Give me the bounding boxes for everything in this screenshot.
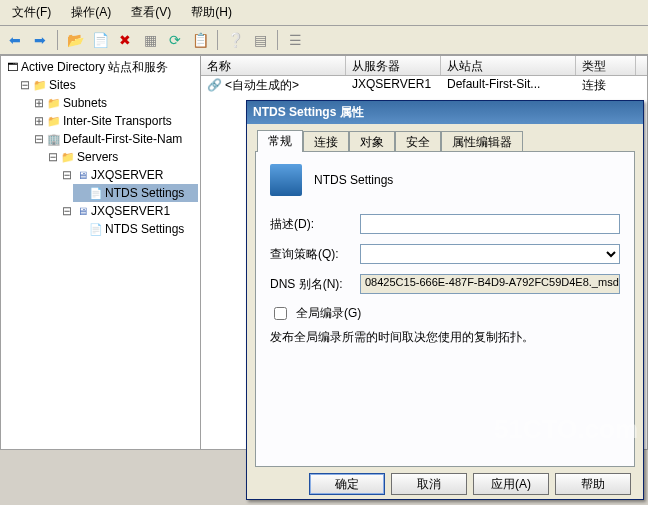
tree-servers[interactable]: ⊟ 📁 Servers <box>45 148 198 166</box>
global-catalog-label: 全局编录(G) <box>296 305 361 322</box>
list-cell-name: 🔗 <自动生成的> <box>201 76 346 94</box>
dialog-title[interactable]: NTDS Settings 属性 <box>247 101 643 124</box>
tab-general[interactable]: 常规 <box>257 130 303 152</box>
tree-subnets[interactable]: ⊞ 📁 Subnets <box>31 94 198 112</box>
expander-icon[interactable]: ⊟ <box>19 76 31 94</box>
tree-ntds2[interactable]: 📄 NTDS Settings <box>73 220 198 238</box>
menu-file[interactable]: 文件(F) <box>4 2 59 23</box>
list-cell-site: Default-First-Sit... <box>441 76 576 94</box>
connection-icon: 🔗 <box>207 78 222 92</box>
menu-bar: 文件(F) 操作(A) 查看(V) 帮助(H) <box>0 0 648 26</box>
tab-attribute-editor[interactable]: 属性编辑器 <box>441 131 523 151</box>
tree-root-item[interactable]: 🗔 Active Directory 站点和服务 <box>3 58 198 76</box>
toolbar-separator <box>217 30 218 50</box>
query-policy-label: 查询策略(Q): <box>270 246 360 263</box>
list-cell-type: 连接 <box>576 76 636 94</box>
dialog-buttons: 确定 取消 应用(A) 帮助 <box>255 467 635 495</box>
ok-button[interactable]: 确定 <box>309 473 385 495</box>
site-icon: 🏢 <box>47 132 61 146</box>
tree-label: Subnets <box>63 94 107 112</box>
global-catalog-checkbox[interactable] <box>274 307 287 320</box>
list-value: <自动生成的> <box>225 77 299 94</box>
settings-icon: 📄 <box>89 186 103 200</box>
toolbar: ⬅ ➡ 📂 📄 ✖ ▦ ⟳ 📋 ❔ ▤ ☰ <box>0 26 648 55</box>
properties-icon[interactable]: 📄 <box>89 29 111 51</box>
column-header-type[interactable]: 类型 <box>576 56 636 75</box>
server-icon: 🖥 <box>75 168 89 182</box>
description-input[interactable] <box>360 214 620 234</box>
list-row[interactable]: 🔗 <自动生成的> JXQSERVER1 Default-First-Sit..… <box>201 76 647 94</box>
back-icon[interactable]: ⬅ <box>4 29 26 51</box>
expander-icon[interactable]: ⊟ <box>61 166 73 184</box>
gc-note: 发布全局编录所需的时间取决您使用的复制拓扑。 <box>270 329 620 346</box>
expander-icon[interactable]: ⊞ <box>33 94 45 112</box>
description-label: 描述(D): <box>270 216 360 233</box>
tree-label: JXQSERVER <box>91 166 163 184</box>
help-icon[interactable]: ❔ <box>224 29 246 51</box>
folder-icon: 🗔 <box>5 60 19 74</box>
list-header: 名称 从服务器 从站点 类型 <box>201 56 647 76</box>
tree-label: Default-First-Site-Nam <box>63 130 182 148</box>
tabstrip: 常规 连接 对象 安全 属性编辑器 <box>255 130 635 152</box>
tree-label: JXQSERVER1 <box>91 202 170 220</box>
column-header-site[interactable]: 从站点 <box>441 56 576 75</box>
expander-icon[interactable]: ⊞ <box>33 112 45 130</box>
tree-label: Sites <box>49 76 76 94</box>
tree-label: Active Directory 站点和服务 <box>21 58 168 76</box>
tree-server1[interactable]: ⊟ 🖥 JXQSERVER <box>59 166 198 184</box>
up-icon[interactable]: 📂 <box>64 29 86 51</box>
tree-label: NTDS Settings <box>105 220 184 238</box>
toolbar-separator <box>57 30 58 50</box>
help-button[interactable]: 帮助 <box>555 473 631 495</box>
tab-object[interactable]: 对象 <box>349 131 395 151</box>
view-icon[interactable]: ▤ <box>249 29 271 51</box>
ntds-icon <box>270 164 302 196</box>
folder-icon: 📁 <box>47 114 61 128</box>
export-icon[interactable]: 📋 <box>189 29 211 51</box>
tab-security[interactable]: 安全 <box>395 131 441 151</box>
settings-icon: 📄 <box>89 222 103 236</box>
cancel-button[interactable]: 取消 <box>391 473 467 495</box>
refresh-icon[interactable]: ⟳ <box>164 29 186 51</box>
apply-button[interactable]: 应用(A) <box>473 473 549 495</box>
delete-icon[interactable]: ✖ <box>114 29 136 51</box>
column-header-name[interactable]: 名称 <box>201 56 346 75</box>
column-header-from[interactable]: 从服务器 <box>346 56 441 75</box>
dns-alias-label: DNS 别名(N): <box>270 276 360 293</box>
expander-icon[interactable]: ⊟ <box>33 130 45 148</box>
tree-sites[interactable]: ⊟ 📁 Sites <box>17 76 198 94</box>
tree-label: NTDS Settings <box>105 184 184 202</box>
expander-icon[interactable]: ⊟ <box>47 148 59 166</box>
folder-icon: 📁 <box>47 96 61 110</box>
properties-dialog: NTDS Settings 属性 常规 连接 对象 安全 属性编辑器 NTDS … <box>246 100 644 500</box>
server-icon: 🖥 <box>75 204 89 218</box>
dialog-body: 常规 连接 对象 安全 属性编辑器 NTDS Settings 描述(D): 查… <box>247 124 643 499</box>
tree-label: Servers <box>77 148 118 166</box>
expander-icon[interactable]: ⊟ <box>61 202 73 220</box>
toolbar-separator <box>277 30 278 50</box>
tree-server2[interactable]: ⊟ 🖥 JXQSERVER1 <box>59 202 198 220</box>
dns-alias-value: 08425C15-666E-487F-B4D9-A792FC59D4E8._ms… <box>360 274 620 294</box>
folder-icon: 📁 <box>61 150 75 164</box>
settings-icon[interactable]: ☰ <box>284 29 306 51</box>
tree-ist[interactable]: ⊞ 📁 Inter-Site Transports <box>31 112 198 130</box>
tree-label: Inter-Site Transports <box>63 112 172 130</box>
tree-ntds1[interactable]: 📄 NTDS Settings <box>73 184 198 202</box>
tab-connections[interactable]: 连接 <box>303 131 349 151</box>
menu-view[interactable]: 查看(V) <box>123 2 179 23</box>
filter-icon[interactable]: ▦ <box>139 29 161 51</box>
list-cell-from: JXQSERVER1 <box>346 76 441 94</box>
tree-site1[interactable]: ⊟ 🏢 Default-First-Site-Nam <box>31 130 198 148</box>
dialog-heading: NTDS Settings <box>314 173 393 187</box>
query-policy-select[interactable] <box>360 244 620 264</box>
menu-help[interactable]: 帮助(H) <box>183 2 240 23</box>
tree-pane[interactable]: 🗔 Active Directory 站点和服务 ⊟ 📁 Sites ⊞ 📁 S… <box>1 56 201 449</box>
folder-icon: 📁 <box>33 78 47 92</box>
tab-panel-general: NTDS Settings 描述(D): 查询策略(Q): DNS 别名(N):… <box>255 152 635 467</box>
menu-action[interactable]: 操作(A) <box>63 2 119 23</box>
forward-icon[interactable]: ➡ <box>29 29 51 51</box>
